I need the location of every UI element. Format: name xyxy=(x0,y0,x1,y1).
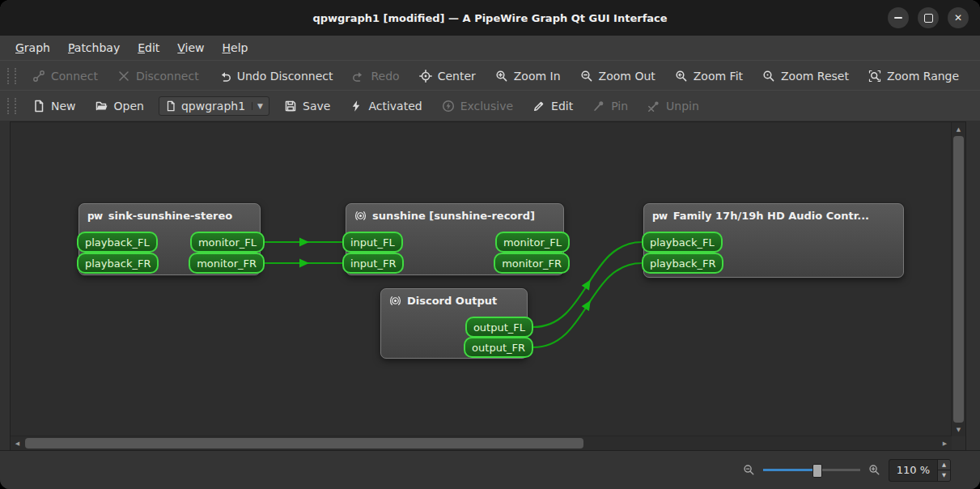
zoom-slider-track xyxy=(817,469,860,471)
node-family-hd-audio[interactable]: pw Family 17h/19h HD Audio Contr... play… xyxy=(643,203,904,278)
minimize-button[interactable] xyxy=(888,7,909,28)
disconnect-label: Disconnect xyxy=(136,70,199,83)
chevron-down-icon: ▼ xyxy=(252,102,263,110)
port-output-fr[interactable]: output_FR xyxy=(464,337,533,358)
scroll-right-button[interactable]: ▶ xyxy=(938,436,952,450)
disconnect-button: Disconnect xyxy=(110,65,206,87)
spin-up-button[interactable]: ▲ xyxy=(938,460,950,470)
undo-disconnect-label: Undo Disconnect xyxy=(237,70,333,83)
node-title-text: sink-sunshine-stereo xyxy=(108,210,233,222)
maximize-icon xyxy=(924,14,933,23)
zoom-out-icon[interactable] xyxy=(743,464,755,476)
exclusive-label: Exclusive xyxy=(460,100,513,113)
port-playback-fr[interactable]: playback_FR xyxy=(77,253,159,274)
main-area: pw sink-sunshine-stereo playback_FL play… xyxy=(0,121,980,451)
port-input-fr[interactable]: input_FR xyxy=(342,253,404,274)
zoom-in-icon[interactable] xyxy=(868,464,880,476)
horizontal-scrollbar-thumb[interactable] xyxy=(25,438,583,449)
zoom-spinbox[interactable]: 110 % ▲ ▼ xyxy=(889,459,951,482)
toolbar-drag-handle[interactable] xyxy=(7,68,16,84)
center-button[interactable]: Center xyxy=(412,65,483,87)
port-playback-fl[interactable]: playback_FL xyxy=(77,232,158,253)
maximize-button[interactable] xyxy=(918,7,939,28)
menu-view[interactable]: View xyxy=(168,36,213,60)
menu-edit-label: Edit xyxy=(138,41,159,54)
edit-button[interactable]: Edit xyxy=(525,95,580,117)
undo-disconnect-button[interactable]: Undo Disconnect xyxy=(211,65,341,87)
menu-graph-label: Graph xyxy=(15,41,50,54)
vertical-scrollbar[interactable]: ▲ ▼ xyxy=(951,122,965,436)
horizontal-scrollbar[interactable]: ◀ ▶ xyxy=(11,436,952,450)
graph-frame: pw sink-sunshine-stereo playback_FL play… xyxy=(10,121,966,451)
undo-icon xyxy=(218,70,231,83)
zoom-in-button[interactable]: Zoom In xyxy=(488,65,568,87)
zoom-range-button[interactable]: Zoom Range xyxy=(861,65,966,87)
menu-edit[interactable]: Edit xyxy=(129,36,168,60)
connections-layer[interactable] xyxy=(11,122,952,436)
zoom-controls: 110 % ▲ ▼ xyxy=(743,459,951,482)
new-button[interactable]: New xyxy=(25,95,83,117)
patchbay-selector[interactable]: qpwgraph1 ▼ xyxy=(159,96,269,116)
zoom-slider[interactable] xyxy=(763,464,860,476)
scroll-up-button[interactable]: ▲ xyxy=(952,122,965,136)
minimize-icon xyxy=(894,17,902,19)
menu-patchbay-label: Patchbay xyxy=(68,41,120,54)
app-window: qpwgraph1 [modified] — A PipeWire Graph … xyxy=(0,0,980,489)
new-label: New xyxy=(51,100,76,113)
node-discord-output[interactable]: Discord Output output_FL output_FR xyxy=(380,288,528,359)
zoom-out-button[interactable]: Zoom Out xyxy=(573,65,663,87)
connection-arrow-icon xyxy=(582,278,595,291)
edit-label: Edit xyxy=(551,100,573,113)
menu-patchbay[interactable]: Patchbay xyxy=(59,36,129,60)
unpin-button: Unpin xyxy=(640,95,706,117)
connection-arrow-icon xyxy=(582,298,595,311)
patchbay-file-icon xyxy=(165,100,176,112)
connect-icon xyxy=(32,70,45,83)
node-sink-sunshine-stereo[interactable]: pw sink-sunshine-stereo playback_FL play… xyxy=(78,203,261,275)
port-input-fl[interactable]: input_FL xyxy=(342,232,403,253)
activated-label: Activated xyxy=(368,100,422,113)
titlebar[interactable]: qpwgraph1 [modified] — A PipeWire Graph … xyxy=(0,0,980,36)
new-file-icon xyxy=(32,100,45,113)
menubar: Graph Patchbay Edit View Help xyxy=(0,36,980,61)
scroll-down-button[interactable]: ▼ xyxy=(952,423,965,436)
menu-graph[interactable]: Graph xyxy=(6,36,59,60)
zoom-reset-button[interactable]: Zoom Reset xyxy=(755,65,856,87)
node-title: pw Family 17h/19h HD Audio Contr... xyxy=(644,204,903,222)
port-playback-fl[interactable]: playback_FL xyxy=(642,232,723,253)
node-title-text: sunshine [sunshine-record] xyxy=(372,210,535,222)
save-label: Save xyxy=(303,100,330,113)
redo-label: Redo xyxy=(371,70,399,83)
port-monitor-fr[interactable]: monitor_FR xyxy=(189,253,265,274)
zoom-reset-icon xyxy=(762,70,775,83)
close-button[interactable]: ✕ xyxy=(948,7,969,28)
zoom-fit-button[interactable]: Zoom Fit xyxy=(668,65,750,87)
port-output-fl[interactable]: output_FL xyxy=(465,317,533,338)
zoom-out-label: Zoom Out xyxy=(599,70,655,83)
port-playback-fr[interactable]: playback_FR xyxy=(642,253,723,274)
open-folder-icon xyxy=(95,100,108,113)
graph-canvas[interactable]: pw sink-sunshine-stereo playback_FL play… xyxy=(11,122,952,436)
zoom-slider-thumb[interactable] xyxy=(812,464,822,478)
zoom-fit-icon xyxy=(675,70,688,83)
activated-bolt-icon xyxy=(350,100,363,113)
zoom-in-label: Zoom In xyxy=(514,70,561,83)
port-monitor-fl[interactable]: monitor_FL xyxy=(190,232,265,253)
node-title-text: Family 17h/19h HD Audio Contr... xyxy=(673,210,869,222)
scroll-left-button[interactable]: ◀ xyxy=(11,436,24,450)
zoom-reset-label: Zoom Reset xyxy=(781,70,849,83)
zoom-spinbox-value[interactable]: 110 % xyxy=(889,460,937,481)
close-icon: ✕ xyxy=(954,13,962,23)
spin-down-button[interactable]: ▼ xyxy=(938,470,950,481)
activated-button[interactable]: Activated xyxy=(342,95,429,117)
statusbar: 110 % ▲ ▼ xyxy=(0,450,980,489)
vertical-scrollbar-thumb[interactable] xyxy=(953,136,964,423)
node-sunshine-record[interactable]: sunshine [sunshine-record] input_FL inpu… xyxy=(346,203,564,275)
save-button[interactable]: Save xyxy=(277,95,337,117)
toolbar-drag-handle[interactable] xyxy=(7,98,16,114)
port-monitor-fl[interactable]: monitor_FL xyxy=(495,232,570,253)
node-title: Discord Output xyxy=(381,289,527,307)
open-button[interactable]: Open xyxy=(88,95,151,117)
menu-help[interactable]: Help xyxy=(214,36,257,60)
port-monitor-fr[interactable]: monitor_FR xyxy=(494,253,570,274)
